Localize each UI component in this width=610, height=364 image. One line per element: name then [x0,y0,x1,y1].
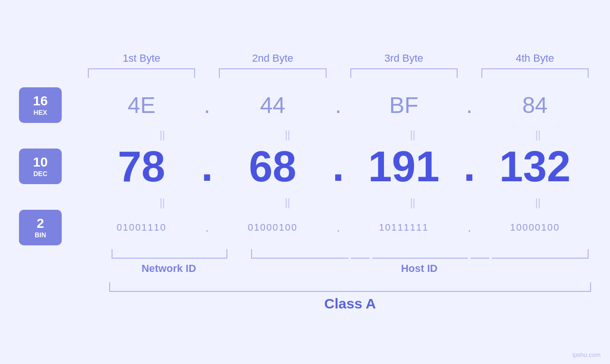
byte-headers-row: 1st Byte 2nd Byte 3rd Byte 4th Byte [19,52,591,65]
bin-byte-3: 10111111 [348,222,460,233]
byte-header-1: 1st Byte [85,52,197,65]
hex-dot-3: . [460,92,479,118]
hex-badge-label: HEX [34,109,47,116]
bottom-bracket-host-container [249,249,591,259]
bottom-bracket-host-left [251,249,348,259]
dec-byte-4: 132 [479,145,591,188]
watermark: ipshu.com [572,351,601,358]
equals-row-1: || || || || [19,130,591,140]
dec-byte-1: 78 [85,145,197,188]
hex-badge: 16 HEX [19,87,62,123]
eq-sym-1: || [109,130,216,140]
eq-sym-7: || [360,197,466,208]
top-brackets-row [19,68,591,78]
bottom-bracket-network [112,249,227,259]
hex-row: 16 HEX 4E . 44 . BF . 84 [19,87,591,123]
host-id-label: Host ID [247,262,591,275]
top-bracket-4 [481,68,589,78]
class-a-label: Class A [324,296,376,312]
hex-byte-1: 4E [85,92,197,118]
bin-dot-1: . [197,221,216,234]
hex-byte-3: BF [348,92,460,118]
eq-sym-8: || [485,197,591,208]
eq-sym-3: || [360,130,466,140]
class-bracket-container: Class A [109,282,591,312]
top-bracket-1 [88,68,195,78]
dec-badge-label: DEC [33,170,47,177]
equals-row-2: || || || || [19,197,591,208]
hex-dot-1: . [197,92,216,118]
dec-dot-3: . [460,142,479,191]
hex-byte-2: 44 [216,92,328,118]
class-bracket [109,282,591,292]
dec-byte-2: 68 [216,145,328,188]
bin-badge-number: 2 [37,217,44,230]
bin-dot-2: . [329,221,348,234]
bottom-bracket-host-mid1 [351,249,370,259]
dec-dot-1: . [197,142,216,191]
hex-byte-4: 84 [479,92,591,118]
bin-badge-label: BIN [35,231,46,239]
bin-byte-4: 10000100 [479,222,591,233]
eq-sym-4: || [485,130,591,140]
hex-badge-number: 16 [33,94,47,108]
bin-row: 2 BIN 01001110 . 01000100 . 10111111 . 1… [19,210,591,245]
network-id-label: Network ID [112,262,226,275]
eq-sym-2: || [235,130,341,140]
byte-header-3: 3rd Byte [348,52,460,65]
top-bracket-3 [350,68,458,78]
bottom-bracket-host-mid [372,249,468,259]
bottom-brackets-row [19,249,591,259]
labels-row: Network ID Host ID [19,262,591,275]
bottom-bracket-host-mid2 [470,249,489,259]
dec-row: 10 DEC 78 . 68 . 191 . 132 [19,142,591,191]
dec-badge-number: 10 [33,156,47,169]
bottom-bracket-host-right [492,249,589,259]
dec-byte-3: 191 [348,145,460,188]
hex-dot-2: . [329,92,348,118]
bin-dot-3: . [460,221,479,234]
top-bracket-2 [219,68,326,78]
bin-badge: 2 BIN [19,210,62,245]
eq-sym-5: || [109,197,216,208]
eq-sym-6: || [235,197,341,208]
byte-header-2: 2nd Byte [216,52,328,65]
bin-byte-2: 01000100 [216,222,328,233]
dec-badge: 10 DEC [19,149,62,184]
bin-byte-1: 01001110 [85,222,197,233]
dec-dot-2: . [329,142,348,191]
main-container: 1st Byte 2nd Byte 3rd Byte 4th Byte 16 H… [0,0,610,364]
class-row-wrapper: Class A [19,282,591,312]
byte-header-4: 4th Byte [479,52,591,65]
